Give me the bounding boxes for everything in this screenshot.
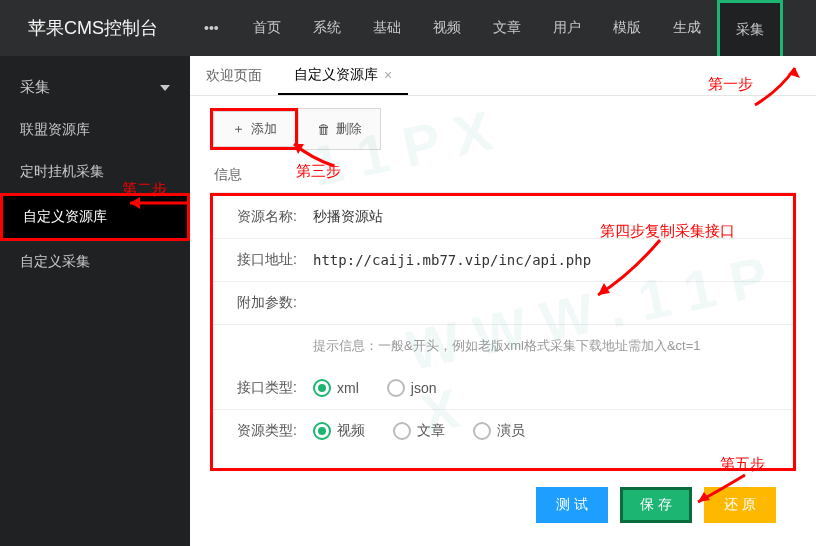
brand-title: 苹果CMS控制台 <box>0 16 186 40</box>
sidebar-item-custom-collect[interactable]: 自定义采集 <box>0 241 190 283</box>
trash-icon: 🗑 <box>317 122 330 137</box>
tab-label: 自定义资源库 <box>294 66 378 84</box>
extra-label: 附加参数: <box>213 294 313 312</box>
radio-icon <box>387 379 405 397</box>
tabs: 欢迎页面 自定义资源库 × <box>190 56 816 96</box>
radio-video[interactable]: 视频 <box>313 422 365 440</box>
delete-label: 删除 <box>336 120 362 138</box>
sidebar-item-timer[interactable]: 定时挂机采集 <box>0 151 190 193</box>
nav-article[interactable]: 文章 <box>477 0 537 56</box>
nav-basic[interactable]: 基础 <box>357 0 417 56</box>
reset-button[interactable]: 还 原 <box>704 487 776 523</box>
nav-video[interactable]: 视频 <box>417 0 477 56</box>
nav-user[interactable]: 用户 <box>537 0 597 56</box>
radio-json[interactable]: json <box>387 379 437 397</box>
ellipsis-icon[interactable]: ••• <box>186 20 237 36</box>
action-bar: 测 试 保 存 还 原 <box>190 471 816 539</box>
section-label: 信息 <box>190 162 816 192</box>
row-api-type: 接口类型: xml json <box>213 367 793 410</box>
radio-article[interactable]: 文章 <box>393 422 445 440</box>
api-type-label: 接口类型: <box>213 379 313 397</box>
radio-icon <box>473 422 491 440</box>
nav-generate[interactable]: 生成 <box>657 0 717 56</box>
radio-actor[interactable]: 演员 <box>473 422 525 440</box>
tab-label: 欢迎页面 <box>206 67 262 85</box>
save-button[interactable]: 保 存 <box>620 487 692 523</box>
radio-xml[interactable]: xml <box>313 379 359 397</box>
close-icon[interactable]: × <box>384 67 392 83</box>
radio-icon <box>313 379 331 397</box>
plus-icon: ＋ <box>232 120 245 138</box>
sidebar-item-union[interactable]: 联盟资源库 <box>0 109 190 151</box>
url-label: 接口地址: <box>213 251 313 269</box>
sidebar-header[interactable]: 采集 <box>0 66 190 109</box>
name-label: 资源名称: <box>213 208 313 226</box>
row-extra: 附加参数: <box>213 282 793 325</box>
hint-text: 提示信息：一般&开头，例如老版xml格式采集下载地址需加入&ct=1 <box>213 325 793 367</box>
row-res-type: 资源类型: 视频 文章 演员 <box>213 410 793 452</box>
radio-icon <box>393 422 411 440</box>
nav-system[interactable]: 系统 <box>297 0 357 56</box>
res-type-label: 资源类型: <box>213 422 313 440</box>
form-box: 资源名称: 秒播资源站 接口地址: http://caiji.mb77.vip/… <box>210 193 796 471</box>
nav-collect[interactable]: 采集 <box>717 0 783 56</box>
sidebar-header-label: 采集 <box>20 78 50 97</box>
tab-custom-source[interactable]: 自定义资源库 × <box>278 56 408 95</box>
sidebar: 采集 联盟资源库 定时挂机采集 自定义资源库 自定义采集 <box>0 56 190 546</box>
delete-button[interactable]: 🗑 删除 <box>298 108 381 150</box>
chevron-down-icon <box>160 85 170 91</box>
row-name: 资源名称: 秒播资源站 <box>213 196 793 239</box>
top-nav: 苹果CMS控制台 ••• 首页 系统 基础 视频 文章 用户 模版 生成 采集 <box>0 0 816 56</box>
test-button[interactable]: 测 试 <box>536 487 608 523</box>
url-input[interactable]: http://caiji.mb77.vip/inc/api.php <box>313 252 793 268</box>
tab-welcome[interactable]: 欢迎页面 <box>190 56 278 95</box>
sidebar-item-custom-source[interactable]: 自定义资源库 <box>0 193 190 241</box>
nav-template[interactable]: 模版 <box>597 0 657 56</box>
toolbar: ＋ 添加 🗑 删除 <box>190 96 816 162</box>
row-url: 接口地址: http://caiji.mb77.vip/inc/api.php <box>213 239 793 282</box>
name-input[interactable]: 秒播资源站 <box>313 208 793 226</box>
main-content: 欢迎页面 自定义资源库 × ＋ 添加 🗑 删除 信息 <box>190 56 816 546</box>
radio-icon <box>313 422 331 440</box>
add-button[interactable]: ＋ 添加 <box>213 111 295 147</box>
add-label: 添加 <box>251 120 277 138</box>
nav-home[interactable]: 首页 <box>237 0 297 56</box>
